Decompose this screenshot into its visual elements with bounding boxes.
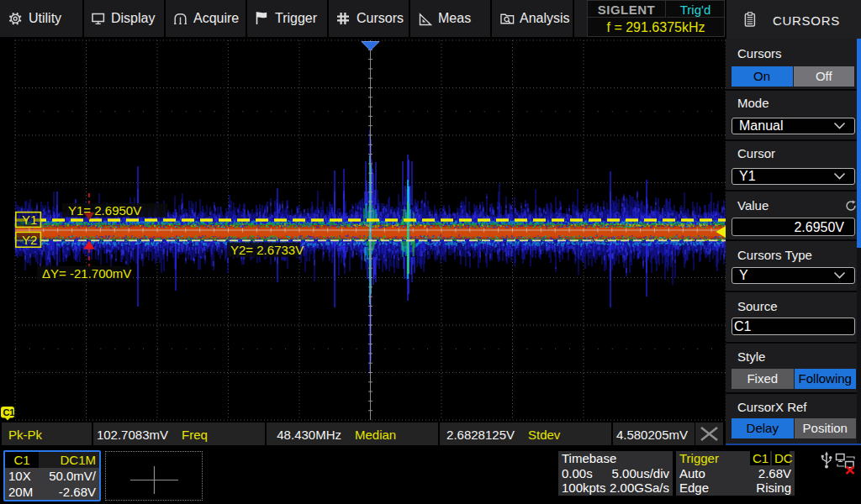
svg-text:ΔY= -21.700mV: ΔY= -21.700mV — [42, 266, 131, 281]
svg-text:C1: C1 — [3, 407, 14, 417]
svg-text:Y2= 2.6733V: Y2= 2.6733V — [230, 243, 304, 257]
svg-text:Y1= 2.6950V: Y1= 2.6950V — [68, 203, 141, 218]
svg-text:Y1: Y1 — [22, 213, 37, 227]
svg-text:Y2: Y2 — [22, 233, 37, 247]
